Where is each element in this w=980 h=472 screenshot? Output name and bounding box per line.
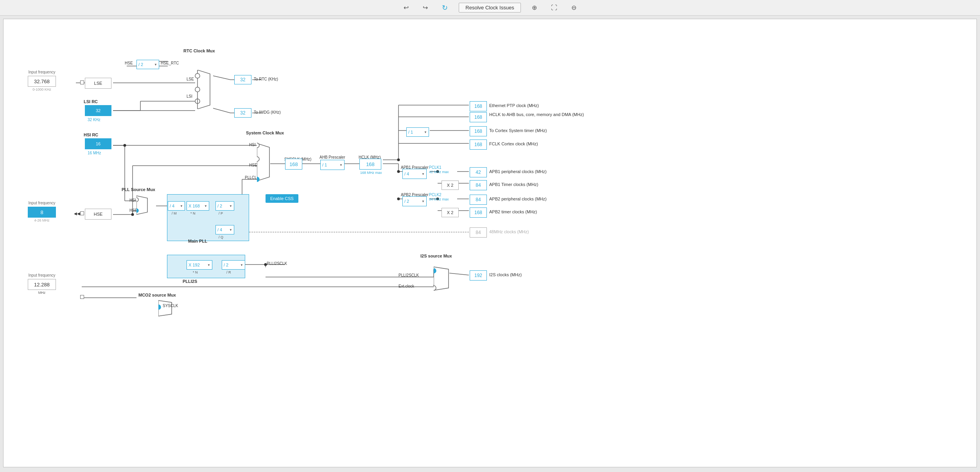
hse-sys-label: HSE <box>249 163 257 167</box>
hclk-box: 168 <box>359 159 381 170</box>
svg-point-68 <box>131 213 134 216</box>
ahb-prescaler-label: AHB Prescaler <box>319 155 345 159</box>
hse-connector-top <box>80 211 84 215</box>
apb2-peri-label: APB2 peripheral clocks (MHz) <box>489 197 547 201</box>
fclk-label: FCLK Cortex clock (MHz) <box>489 141 538 146</box>
zoom-in-button[interactable]: ⊕ <box>529 2 540 13</box>
i2s-mux-shape <box>434 265 450 293</box>
m-div-dropdown[interactable]: / 4 ▼ <box>168 201 185 211</box>
plli2sclk-label: PLLI2SCLK <box>267 261 287 266</box>
n-mult-dropdown[interactable]: X 168 ▼ <box>187 201 209 211</box>
ext-input-label: Input frequency 12.288 MHz <box>28 273 56 295</box>
lse-box[interactable]: LSE <box>85 78 111 89</box>
hse-connector-bottom <box>80 295 84 299</box>
lsi-rc-box: 32 <box>85 105 111 116</box>
n-label: * N <box>190 211 196 215</box>
svg-point-79 <box>195 99 200 104</box>
hsi-sys-label: HSI <box>249 143 256 147</box>
ethernet-val-box: 168 <box>470 101 487 111</box>
fclk-val-box: 168 <box>470 139 487 150</box>
hclk-ahb-val-box: 168 <box>470 112 487 122</box>
plli2s-label: PLLI2S <box>183 279 197 284</box>
ext-freq-box[interactable]: 12.288 <box>28 279 56 290</box>
rtc-mux-label: RTC Clock Mux <box>183 48 215 53</box>
q-label: / Q <box>219 235 223 239</box>
toolbar: ↩ ↪ ↻ Resolve Clock Issues ⊕ ⛶ ⊖ <box>0 0 980 16</box>
cortex-timer-val-box: 168 <box>470 126 487 136</box>
lsi-unit: 32 KHz <box>88 118 101 122</box>
mco2-mux-shape <box>158 299 173 318</box>
p-div-dropdown[interactable]: / 2 ▼ <box>215 201 234 211</box>
svg-point-81 <box>257 143 259 148</box>
ethernet-label: Ethernet PTP clock (MHz) <box>489 103 539 108</box>
svg-point-86 <box>136 209 138 213</box>
lse-connector <box>80 80 84 84</box>
svg-point-67 <box>124 144 126 147</box>
hsi-unit: 16 MHz <box>88 151 101 155</box>
apb1-prescaler-dropdown[interactable]: / 4 ▼ <box>402 169 427 179</box>
hse-rtc-div-dropdown[interactable]: / 2 ▼ <box>136 60 159 69</box>
hse-arrow: ◀◀ <box>74 211 80 216</box>
lse-freq-box[interactable]: 32.768 <box>28 76 56 87</box>
apb1-peri-val-box: 42 <box>470 167 487 177</box>
enable-css-button[interactable]: Enable CSS <box>266 194 298 203</box>
ahb-prescaler-dropdown[interactable]: / 1 ▼ <box>320 160 345 170</box>
i2s-label: I2S clocks (MHz) <box>489 272 522 277</box>
i2s-source-mux-label: I2S source Mux <box>420 254 452 258</box>
hsi-rc-label: HSI RC <box>84 132 98 137</box>
plli2s-r-label: / R <box>226 270 231 274</box>
svg-point-69 <box>397 159 400 161</box>
plli2s-n-dropdown[interactable]: X 192 ▼ <box>187 260 212 270</box>
refresh-button[interactable]: ↻ <box>439 2 451 14</box>
svg-point-70 <box>397 170 400 173</box>
svg-line-62 <box>449 273 469 275</box>
pclk1-max: 42 MHz max <box>429 170 449 174</box>
cortex-timer-div-dropdown[interactable]: / 1 ▼ <box>406 127 429 137</box>
pclk1-label: PCLK1 <box>429 165 442 170</box>
q-div-dropdown[interactable]: / 4 ▼ <box>215 225 234 234</box>
apb2-timer-val-box: 168 <box>470 207 487 218</box>
zoom-out-button[interactable]: ⊖ <box>568 2 580 13</box>
hse-rtc-label: HSE_RTC <box>161 61 179 65</box>
apb2-prescaler-dropdown[interactable]: / 2 ▼ <box>402 196 427 206</box>
rtc-32-box: 32 <box>234 75 251 84</box>
undo-button[interactable]: ↩ <box>400 2 412 13</box>
redo-button[interactable]: ↪ <box>420 2 431 13</box>
apb1-peri-label: APB1 peripheral clocks (MHz) <box>489 169 547 174</box>
plli2s-n-label: * N <box>193 270 198 274</box>
apb2-peri-val-box: 84 <box>470 195 487 205</box>
pclk2-max: 84 MHz max <box>429 197 449 201</box>
48mhz-label: 48MHz clocks (MHz) <box>489 229 529 234</box>
diagram-lines <box>4 19 976 467</box>
svg-point-82 <box>257 157 259 161</box>
lsi-rc-label: LSI RC <box>84 99 98 104</box>
apb1-x2-box: X 2 <box>442 181 459 190</box>
svg-marker-80 <box>257 143 269 181</box>
hse-box[interactable]: HSE <box>85 209 111 220</box>
rtc-mux-shape <box>194 70 214 109</box>
iwdg-32-box: 32 <box>234 108 251 118</box>
hclk-ahb-label: HCLK to AHB bus, core, memory and DMA (M… <box>489 112 584 117</box>
hse-freq-box[interactable]: 8 <box>28 207 56 218</box>
hse-input-label: Input frequency 8 4-26 MHz <box>28 201 56 222</box>
cortex-timer-label: To Cortex System timer (MHz) <box>489 128 547 133</box>
svg-point-83 <box>257 177 259 182</box>
hsi-pll-label: HSI <box>129 198 136 202</box>
apb1-timer-label: APB1 Timer clocks (MHz) <box>489 182 538 187</box>
plli2s-r-dropdown[interactable]: / 2 ▼ <box>222 260 245 270</box>
i2s-val-box: 192 <box>470 270 487 281</box>
pll-source-mux-label: PLL Source Mux <box>122 187 155 192</box>
svg-line-11 <box>213 108 230 113</box>
apb1-timer-val-box: 84 <box>470 180 487 190</box>
plli2sclk2-label: PLLI2SCLK <box>398 273 419 277</box>
rtc-label: To RTC (KHz) <box>254 77 278 81</box>
fit-button[interactable]: ⛶ <box>548 3 560 13</box>
pll-source-mux-shape <box>136 194 149 216</box>
resolve-clock-issues-button[interactable]: Resolve Clock Issues <box>459 3 521 13</box>
iwdg-label: To IWDG (KHz) <box>254 110 281 114</box>
svg-point-88 <box>434 268 436 273</box>
apb2-x2-box: X 2 <box>442 208 459 217</box>
48mhz-val-box: 84 <box>470 227 487 238</box>
m-label: / M <box>172 211 177 215</box>
hsi-rc-box: 16 <box>85 138 111 149</box>
